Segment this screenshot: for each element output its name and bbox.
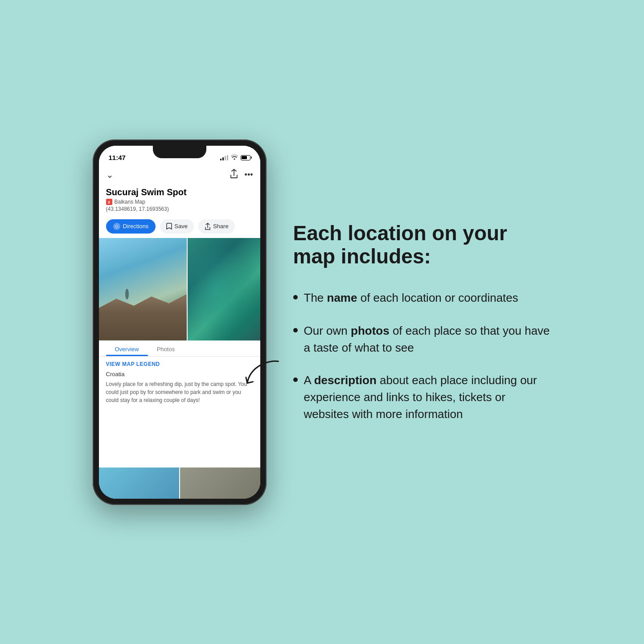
place-coords: (43.1348619, 17.1693563): [106, 206, 253, 212]
list-item-description: A description about each place including…: [293, 372, 552, 422]
wifi-icon: [231, 154, 238, 161]
thumb-rocky: [180, 468, 260, 499]
phone-screen: 11:47: [99, 146, 260, 499]
bottom-thumbnails: [99, 468, 260, 499]
phone-notch: [153, 146, 206, 158]
tab-photos[interactable]: Photos: [148, 341, 184, 356]
directions-icon: ◇: [113, 223, 120, 230]
arrow-decoration: [241, 351, 283, 400]
bullet-text-1: The name of each location or coordinates: [304, 290, 518, 307]
bullet-text-2: Our own photos of each place so that you…: [304, 323, 552, 356]
share-action-button[interactable]: Share: [198, 219, 235, 234]
directions-button[interactable]: ◇ Directions: [106, 219, 156, 234]
place-info: Sucuraj Swim Spot g Balkans Map (43.1348…: [99, 184, 260, 215]
tabs: Overview Photos: [99, 341, 260, 357]
photo-beach: [99, 238, 187, 340]
back-button[interactable]: ⌄: [106, 169, 114, 180]
thumb-blue: [99, 468, 179, 499]
feature-list: The name of each location or coordinates…: [293, 290, 552, 422]
place-text: Lovely place for a refreshing dip, just …: [106, 380, 253, 404]
signal-bars-icon: [220, 155, 228, 160]
bullet-dot-3: [293, 377, 298, 382]
list-item-name: The name of each location or coordinates: [293, 290, 552, 307]
nav-actions: •••: [230, 169, 253, 181]
map-legend-link[interactable]: VIEW MAP LEGEND: [99, 357, 260, 369]
top-nav: ⌄ •••: [99, 166, 260, 184]
place-source: g Balkans Map: [106, 199, 253, 205]
bullet-dot-2: [293, 328, 298, 332]
place-country: Croatia: [106, 371, 253, 377]
status-time: 11:47: [109, 154, 126, 161]
more-button[interactable]: •••: [245, 170, 253, 180]
battery-icon: [241, 155, 250, 160]
list-item-photos: Our own photos of each place so that you…: [293, 323, 552, 356]
tab-overview[interactable]: Overview: [106, 341, 148, 356]
main-container: 11:47: [0, 0, 644, 644]
place-name: Sucuraj Swim Spot: [106, 187, 253, 197]
source-icon: g: [106, 199, 112, 205]
photo-underwater: [188, 238, 260, 340]
phone-body: 11:47: [93, 139, 267, 505]
save-button[interactable]: Save: [160, 219, 194, 234]
place-description: Croatia Lovely place for a refreshing di…: [99, 369, 260, 406]
bullet-text-3: A description about each place including…: [304, 372, 552, 422]
share-button[interactable]: [230, 169, 238, 181]
bullet-dot-1: [293, 295, 298, 299]
photos-strip: [99, 238, 260, 340]
action-buttons: ◇ Directions Save Share: [99, 215, 260, 238]
main-heading: Each location on your map includes:: [293, 222, 552, 269]
phone-mockup: 11:47: [93, 139, 267, 505]
right-content: Each location on your map includes: The …: [293, 222, 552, 423]
status-icons: [220, 154, 250, 161]
